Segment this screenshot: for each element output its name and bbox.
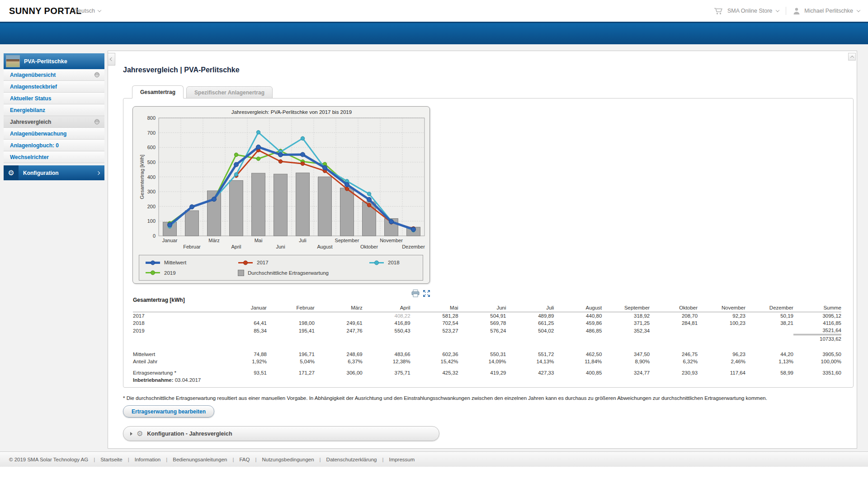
table-row: 2017408,22581,28504,91489,89440,80318,92…: [133, 312, 841, 320]
table-cell: 324,77: [602, 369, 650, 376]
table-cell: [363, 335, 410, 343]
table-cell: 44,20: [745, 351, 793, 358]
table-cell: 347,50: [602, 351, 650, 358]
footer-separator: |: [94, 457, 95, 462]
table-cell: [650, 327, 698, 335]
footer-link[interactable]: Bedienungsanleitungen: [173, 457, 227, 462]
table-row: Mittelwert74,88196,71248,69483,66602,365…: [133, 351, 841, 358]
table-cell: 3095,12: [793, 312, 841, 320]
column-header: November: [698, 304, 745, 312]
tab-1[interactable]: Gesamtertrag: [132, 85, 184, 99]
row-label: 2018: [133, 319, 219, 327]
table-cell: 15,42%: [410, 358, 458, 365]
table-row: Ertragserwartung *93,51171,27306,00375,7…: [133, 369, 841, 376]
copyright: © 2019 SMA Solar Technology AG: [9, 457, 88, 462]
table-cell: 1,13%: [745, 358, 793, 365]
tab-2[interactable]: Spezifischer Anlagenertrag: [186, 86, 273, 99]
sidebar-item-4[interactable]: Energiebilanz: [4, 104, 104, 116]
sidebar-item-label: Energiebilanz: [10, 107, 45, 113]
globe-icon: [94, 72, 100, 78]
column-header: [133, 304, 219, 312]
gear-icon: ⚙: [4, 165, 19, 180]
legend-item: 2019: [145, 270, 238, 276]
table-cell: 38,21: [745, 319, 793, 327]
footer-link[interactable]: Startseite: [100, 457, 123, 462]
table-cell: 100,23: [698, 319, 745, 327]
table-cell: 230,93: [650, 369, 698, 376]
sidebar-item-label: Wechselrichter: [10, 154, 49, 160]
footer-link[interactable]: Information: [135, 457, 161, 462]
table-cell: 96,23: [698, 351, 745, 358]
table-cell: 92,23: [698, 312, 745, 320]
table-cell: 11,84%: [554, 358, 602, 365]
table-cell: 661,25: [506, 319, 554, 327]
footer-separator: |: [232, 457, 234, 462]
table-cell: 419,29: [458, 369, 506, 376]
column-header: Dezember: [745, 304, 793, 312]
sidebar-collapse-button[interactable]: [108, 53, 115, 66]
table-cell: [745, 335, 793, 343]
edit-expectation-button[interactable]: Ertragserwartung bearbeiten: [123, 405, 214, 418]
table-cell: 569,78: [458, 319, 506, 327]
top-bar: SUNNY PORTAL Deutsch SMA Online Store Mi…: [0, 0, 868, 22]
sidebar-item-7[interactable]: Anlagenlogbuch: 0: [4, 140, 104, 151]
sidebar-item-2[interactable]: Anlagensteckbrief: [4, 81, 104, 93]
chevron-down-icon[interactable]: [857, 8, 860, 12]
table-row: 10733,62: [133, 335, 841, 343]
table-row: Anteil Jahr1,92%5,04%6,37%12,38%15,42%14…: [133, 358, 841, 365]
svg-text:600: 600: [147, 145, 156, 150]
sidebar-item-label: Anlagenlogbuch: 0: [10, 142, 59, 149]
table-cell: 483,66: [363, 351, 410, 358]
svg-text:September: September: [335, 238, 359, 243]
footer-link[interactable]: Impressum: [389, 457, 415, 462]
table-cell: 318,92: [602, 312, 650, 320]
row-label: 2019: [133, 327, 219, 335]
sidebar-item-1[interactable]: Anlagenübersicht: [4, 69, 104, 81]
sidebar-item-6[interactable]: Anlagenüberwachung: [4, 128, 104, 140]
legend-item: Durchschnittliche Ertragserwartung: [238, 270, 369, 276]
language-selector[interactable]: Deutsch: [74, 8, 101, 14]
config-panel-toggle[interactable]: ⚙ Konfiguration - Jahresvergleich: [123, 426, 439, 441]
table-cell: 352,34: [602, 327, 650, 335]
print-chart-button[interactable]: [411, 290, 420, 297]
svg-text:700: 700: [147, 130, 156, 136]
sidebar-item-3[interactable]: Aktueller Status: [4, 93, 104, 104]
store-link[interactable]: SMA Online Store: [727, 8, 772, 14]
footer-link[interactable]: FAQ: [239, 457, 250, 462]
table-cell: 550,31: [458, 351, 506, 358]
table-cell: 171,27: [267, 369, 315, 376]
table-cell: [506, 335, 554, 343]
table-cell: [315, 335, 363, 343]
row-label: [133, 335, 219, 343]
user-menu[interactable]: Michael Perlitschke: [804, 8, 853, 14]
table-cell: 249,61: [315, 319, 363, 327]
sidebar-item-5[interactable]: Jahresvergleich: [4, 116, 104, 128]
bar-legend-marker: [238, 270, 244, 276]
svg-text:Gesamtertrag [kWh]: Gesamtertrag [kWh]: [139, 155, 145, 199]
table-cell: 198,00: [267, 319, 315, 327]
table-cell: 117,64: [698, 369, 745, 376]
sidebar-item-konfiguration[interactable]: ⚙ Konfiguration: [4, 165, 104, 180]
column-header: August: [554, 304, 602, 312]
sidebar-plant-header[interactable]: PVA-Perlitschke: [4, 53, 104, 69]
fullscreen-chart-button[interactable]: [423, 290, 430, 297]
scroll-up-button[interactable]: [848, 53, 856, 61]
sidebar-item-label: Konfiguration: [23, 170, 59, 176]
plant-thumbnail: [6, 55, 20, 67]
chevron-up-icon: [850, 56, 854, 59]
sidebar-item-8[interactable]: Wechselrichter: [4, 151, 104, 163]
expander-arrow-icon: [130, 432, 132, 436]
footer-link[interactable]: Nutzungsbedingungen: [262, 457, 314, 462]
svg-text:300: 300: [147, 189, 156, 194]
table-cell: 371,25: [602, 319, 650, 327]
table-cell: 425,32: [410, 369, 458, 376]
chevron-down-icon[interactable]: [776, 8, 779, 12]
table-cell: 74,88: [219, 351, 267, 358]
column-header: April: [363, 304, 410, 312]
svg-text:August: August: [317, 244, 332, 249]
svg-text:500: 500: [147, 160, 156, 165]
table-cell: 247,76: [315, 327, 363, 335]
footer-link[interactable]: Datenschutzerklärung: [326, 457, 377, 462]
config-panel-label: Konfiguration - Jahresvergleich: [147, 431, 232, 437]
table-cell: 440,80: [554, 312, 602, 320]
